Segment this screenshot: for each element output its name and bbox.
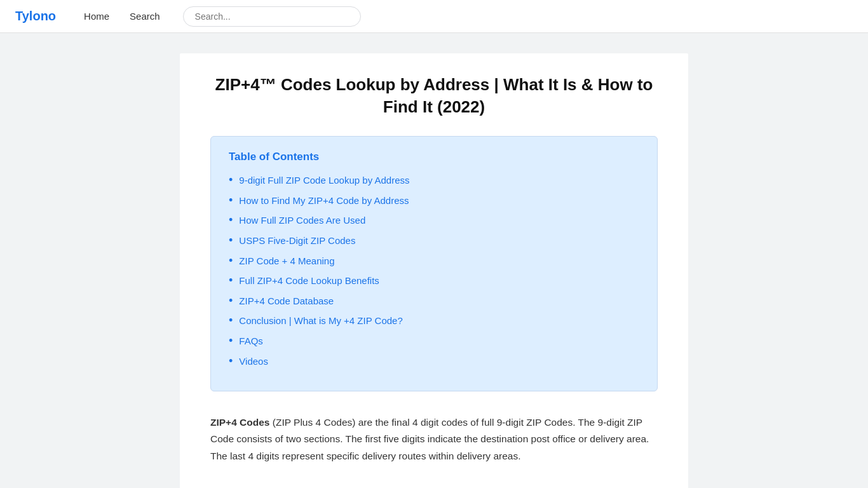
toc-bullet-icon: • xyxy=(229,314,233,328)
toc-item: •Conclusion | What is My +4 ZIP Code? xyxy=(229,314,639,328)
toc-bullet-icon: • xyxy=(229,334,233,348)
article-title: ZIP+4™ Codes Lookup by Address | What It… xyxy=(210,74,658,118)
toc-link-5[interactable]: Full ZIP+4 Code Lookup Benefits xyxy=(239,274,379,287)
toc-link-0[interactable]: 9-digit Full ZIP Code Lookup by Address xyxy=(239,173,409,187)
search-input[interactable] xyxy=(183,6,361,27)
toc-link-3[interactable]: USPS Five-Digit ZIP Codes xyxy=(239,234,355,247)
toc-bullet-icon: • xyxy=(229,254,233,268)
article-body: ZIP+4 Codes (ZIP Plus 4 Codes) are the f… xyxy=(210,414,658,464)
search-link[interactable]: Search xyxy=(122,7,168,25)
toc-item: •9-digit Full ZIP Code Lookup by Address xyxy=(229,173,639,187)
navbar: Tylono Home Search xyxy=(0,0,868,33)
nav-links: Home Search xyxy=(76,7,168,25)
toc-link-1[interactable]: How to Find My ZIP+4 Code by Address xyxy=(239,194,409,207)
toc-item: •USPS Five-Digit ZIP Codes xyxy=(229,234,639,248)
toc-bullet-icon: • xyxy=(229,274,233,288)
toc-item: •FAQs xyxy=(229,334,639,348)
intro-paragraph: ZIP+4 Codes (ZIP Plus 4 Codes) are the f… xyxy=(210,414,658,464)
toc-bullet-icon: • xyxy=(229,355,233,369)
toc-bullet-icon: • xyxy=(229,194,233,208)
toc-link-6[interactable]: ZIP+4 Code Database xyxy=(239,294,334,308)
brand-logo[interactable]: Tylono xyxy=(15,9,56,24)
toc-item: •ZIP+4 Code Database xyxy=(229,294,639,308)
toc-item: •How to Find My ZIP+4 Code by Address xyxy=(229,194,639,208)
toc-link-7[interactable]: Conclusion | What is My +4 ZIP Code? xyxy=(239,314,402,327)
toc-link-8[interactable]: FAQs xyxy=(239,334,263,348)
page-wrapper: ZIP+4™ Codes Lookup by Address | What It… xyxy=(0,33,868,488)
toc-item: •How Full ZIP Codes Are Used xyxy=(229,214,639,227)
toc-link-2[interactable]: How Full ZIP Codes Are Used xyxy=(239,214,365,227)
search-container xyxy=(183,6,361,27)
toc-bullet-icon: • xyxy=(229,294,233,308)
bold-term: ZIP+4 Codes xyxy=(210,417,269,428)
toc-bullet-icon: • xyxy=(229,214,233,227)
body-description: (ZIP Plus 4 Codes) are the final 4 digit… xyxy=(210,417,649,461)
toc-bullet-icon: • xyxy=(229,234,233,248)
toc-item: •Videos xyxy=(229,355,639,369)
toc-bullet-icon: • xyxy=(229,173,233,187)
toc-item: •ZIP Code + 4 Meaning xyxy=(229,254,639,268)
toc-item: •Full ZIP+4 Code Lookup Benefits xyxy=(229,274,639,288)
toc-heading: Table of Contents xyxy=(229,151,639,163)
toc-link-9[interactable]: Videos xyxy=(239,355,268,368)
toc-box: Table of Contents •9-digit Full ZIP Code… xyxy=(210,136,658,391)
home-link[interactable]: Home xyxy=(76,7,117,25)
toc-link-4[interactable]: ZIP Code + 4 Meaning xyxy=(239,254,334,268)
toc-list: •9-digit Full ZIP Code Lookup by Address… xyxy=(229,173,639,368)
content-area: ZIP+4™ Codes Lookup by Address | What It… xyxy=(180,53,688,488)
